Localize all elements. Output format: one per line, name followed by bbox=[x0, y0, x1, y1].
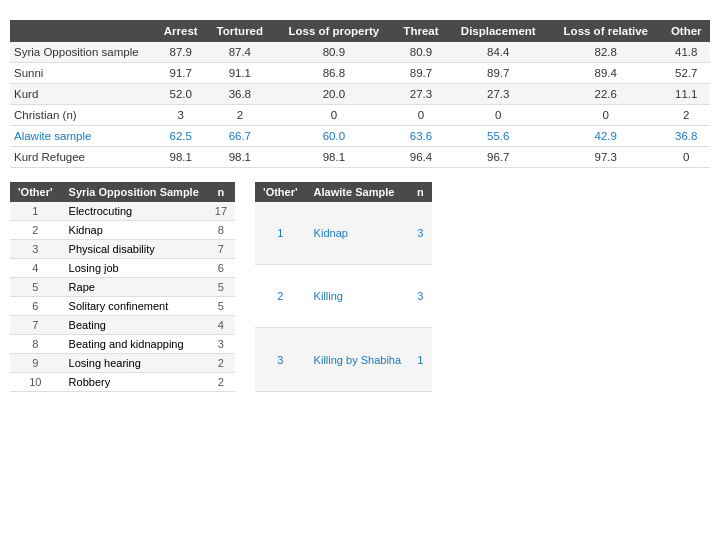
main-table-header-row: ArrestTorturedLoss of propertyThreatDisp… bbox=[10, 20, 710, 42]
row-value: 91.1 bbox=[206, 63, 273, 84]
row-num: 2 bbox=[255, 264, 306, 328]
row-value: 0 bbox=[394, 105, 447, 126]
row-value: 36.8 bbox=[662, 126, 710, 147]
row-value: 6 bbox=[207, 259, 235, 278]
row-value: 42.9 bbox=[549, 126, 662, 147]
row-value: 2 bbox=[207, 373, 235, 392]
main-col-loss-of-relative: Loss of relative bbox=[549, 20, 662, 42]
row-label: Beating bbox=[61, 316, 207, 335]
row-value: 89.7 bbox=[394, 63, 447, 84]
table-row: Kurd52.036.820.027.327.322.611.1 bbox=[10, 84, 710, 105]
row-value: 4 bbox=[207, 316, 235, 335]
row-num: 5 bbox=[10, 278, 61, 297]
row-value: 7 bbox=[207, 240, 235, 259]
row-value: 66.7 bbox=[206, 126, 273, 147]
main-table: ArrestTorturedLoss of propertyThreatDisp… bbox=[10, 20, 710, 168]
row-label: Kidnap bbox=[61, 221, 207, 240]
row-value: 82.8 bbox=[549, 42, 662, 63]
row-value: 89.7 bbox=[447, 63, 549, 84]
row-num: 8 bbox=[10, 335, 61, 354]
sub-table-left-body: 1Electrocuting172Kidnap83Physical disabi… bbox=[10, 202, 235, 392]
row-value: 20.0 bbox=[273, 84, 394, 105]
row-value: 2 bbox=[206, 105, 273, 126]
row-value: 96.4 bbox=[394, 147, 447, 168]
row-value: 41.8 bbox=[662, 42, 710, 63]
row-value: 3 bbox=[409, 202, 432, 264]
row-value: 17 bbox=[207, 202, 235, 221]
row-label: Rape bbox=[61, 278, 207, 297]
row-label: Kurd Refugee bbox=[10, 147, 155, 168]
row-value: 11.1 bbox=[662, 84, 710, 105]
row-value: 60.0 bbox=[273, 126, 394, 147]
sub-table-left: 'Other'Syria Opposition Samplen 1Electro… bbox=[10, 182, 235, 392]
row-num: 1 bbox=[10, 202, 61, 221]
sub-table-right-header: 'Other'Alawite Samplen bbox=[255, 182, 432, 202]
row-num: 7 bbox=[10, 316, 61, 335]
table-row: Sunni91.791.186.889.789.789.452.7 bbox=[10, 63, 710, 84]
list-item: 6Solitary confinement5 bbox=[10, 297, 235, 316]
main-table-body: Syria Opposition sample87.987.480.980.98… bbox=[10, 42, 710, 168]
row-label: Losing job bbox=[61, 259, 207, 278]
row-value: 91.7 bbox=[155, 63, 206, 84]
row-value: 80.9 bbox=[273, 42, 394, 63]
list-item: 4Losing job6 bbox=[10, 259, 235, 278]
table-row: Syria Opposition sample87.987.480.980.98… bbox=[10, 42, 710, 63]
list-item: 7Beating4 bbox=[10, 316, 235, 335]
list-item: 2Kidnap8 bbox=[10, 221, 235, 240]
main-col-tortured: Tortured bbox=[206, 20, 273, 42]
row-value: 3 bbox=[207, 335, 235, 354]
row-value: 52.0 bbox=[155, 84, 206, 105]
row-label: Solitary confinement bbox=[61, 297, 207, 316]
row-label: Kurd bbox=[10, 84, 155, 105]
row-label: Robbery bbox=[61, 373, 207, 392]
row-label: Sunni bbox=[10, 63, 155, 84]
row-num: 3 bbox=[255, 328, 306, 392]
row-value: 96.7 bbox=[447, 147, 549, 168]
table-row: Alawite sample62.566.760.063.655.642.936… bbox=[10, 126, 710, 147]
row-value: 5 bbox=[207, 278, 235, 297]
row-num: 1 bbox=[255, 202, 306, 264]
row-value: 62.5 bbox=[155, 126, 206, 147]
row-value: 87.4 bbox=[206, 42, 273, 63]
main-col-displacement: Displacement bbox=[447, 20, 549, 42]
row-value: 0 bbox=[662, 147, 710, 168]
table-row: Kurd Refugee98.198.198.196.496.797.30 bbox=[10, 147, 710, 168]
row-value: 27.3 bbox=[447, 84, 549, 105]
row-value: 52.7 bbox=[662, 63, 710, 84]
row-label: Alawite sample bbox=[10, 126, 155, 147]
row-num: 3 bbox=[10, 240, 61, 259]
row-value: 8 bbox=[207, 221, 235, 240]
list-item: 3Killing by Shabiha1 bbox=[255, 328, 432, 392]
row-value: 98.1 bbox=[273, 147, 394, 168]
row-label: Syria Opposition sample bbox=[10, 42, 155, 63]
row-value: 2 bbox=[207, 354, 235, 373]
row-num: 10 bbox=[10, 373, 61, 392]
row-value: 98.1 bbox=[155, 147, 206, 168]
row-label: Christian (n) bbox=[10, 105, 155, 126]
row-num: 4 bbox=[10, 259, 61, 278]
row-value: 87.9 bbox=[155, 42, 206, 63]
row-value: 2 bbox=[662, 105, 710, 126]
row-label: Kidnap bbox=[306, 202, 409, 264]
right-col-1: Alawite Sample bbox=[306, 182, 409, 202]
row-num: 6 bbox=[10, 297, 61, 316]
row-label: Electrocuting bbox=[61, 202, 207, 221]
row-num: 9 bbox=[10, 354, 61, 373]
list-item: 10Robbery2 bbox=[10, 373, 235, 392]
right-col-2: n bbox=[409, 182, 432, 202]
row-value: 86.8 bbox=[273, 63, 394, 84]
row-value: 0 bbox=[447, 105, 549, 126]
row-label: Beating and kidnapping bbox=[61, 335, 207, 354]
row-value: 89.4 bbox=[549, 63, 662, 84]
left-col-0: 'Other' bbox=[10, 182, 61, 202]
row-value: 80.9 bbox=[394, 42, 447, 63]
row-value: 36.8 bbox=[206, 84, 273, 105]
row-label: Killing by Shabiha bbox=[306, 328, 409, 392]
left-col-2: n bbox=[207, 182, 235, 202]
row-label: Physical disability bbox=[61, 240, 207, 259]
row-value: 27.3 bbox=[394, 84, 447, 105]
row-value: 55.6 bbox=[447, 126, 549, 147]
list-item: 3Physical disability7 bbox=[10, 240, 235, 259]
bottom-section: 'Other'Syria Opposition Samplen 1Electro… bbox=[10, 182, 710, 392]
row-value: 63.6 bbox=[394, 126, 447, 147]
